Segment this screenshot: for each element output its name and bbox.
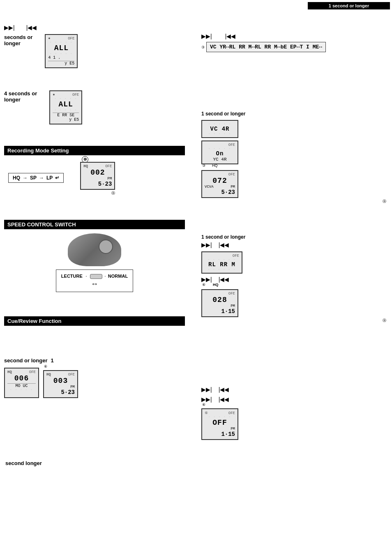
- al-set-off: OFE: [233, 254, 239, 258]
- speed-control-bar: SPEED CONTROL SWITCH LECTURE · · NORMAL …: [4, 220, 185, 292]
- off-circle-6: ⑥: [202, 403, 205, 407]
- lcd-1: ● OFE · · · · · ALL · · · · · 4 1 . y E5: [45, 34, 78, 68]
- al-set2-main: 028: [205, 296, 235, 304]
- al-set2-pm: PM: [205, 304, 235, 308]
- off-rew-2[interactable]: |◀◀: [219, 396, 229, 403]
- dot-sep: ·: [104, 273, 106, 279]
- cue-review-title: Cue/Review Function: [4, 316, 185, 326]
- off-lcd: ⑥ OFE · · · · · OFF PM 1·15: [201, 408, 238, 440]
- erase-off: OFE: [72, 93, 79, 97]
- circle-a-rec: ⓐ: [80, 191, 115, 196]
- al2-top: OFE: [205, 143, 235, 147]
- al-dots-1: · · · · ·: [205, 122, 235, 126]
- erase-label-group: 4 seconds or longer: [4, 90, 37, 103]
- lr-arrow: ↔: [61, 280, 128, 288]
- cue-pm: PM: [46, 385, 75, 389]
- cue-dots-1: · · · · ·: [7, 388, 36, 391]
- alarm-rew-2[interactable]: |◀◀: [219, 276, 229, 283]
- cue-lcd-bot-wrapper: ⑥ HQ OFE 003 PM 5·23: [43, 368, 78, 398]
- lcd-erase: ● OFE · · · · · ALL · · · · · E RR SE y …: [49, 90, 82, 124]
- seq-rew[interactable]: |◀◀: [225, 33, 236, 39]
- lcd-yes: y E5: [48, 61, 74, 66]
- circle-6-cue: ⑥: [44, 364, 47, 368]
- second-longer-text: second longer: [5, 460, 141, 466]
- al-set2-circle6: ⑥: [202, 283, 205, 287]
- alarm-lcd-2: OFE · · · · · On YC 4R: [201, 140, 238, 164]
- al3-top: OFE: [205, 173, 235, 177]
- rec-main: 002: [83, 168, 112, 177]
- erase-dot: ●: [53, 93, 55, 97]
- cue-review-bar: Cue/Review Function: [4, 316, 185, 328]
- al-set-dots-t: · · · · · ·: [205, 258, 239, 261]
- al-set-dots-b: · · · · · ·: [205, 268, 239, 271]
- page: 1 second or longer ▶▶| |◀◀ seconds or lo…: [0, 0, 392, 555]
- lp-label: LP: [46, 175, 53, 181]
- alarm-ff-2[interactable]: ▶▶|: [201, 276, 212, 283]
- erase-group: 4 seconds or longer ● OFE · · · · · ALL …: [4, 90, 185, 124]
- cue-off-2: OFE: [68, 373, 75, 377]
- seconds-or-label: seconds or: [4, 34, 32, 40]
- cue-lcd-bot: HQ OFE 003 PM 5·23: [43, 370, 78, 398]
- al3-pm: PM: [231, 185, 235, 189]
- alarm-lcds: · · · · · VC 4R · · · · · OFE · · · · · …: [201, 120, 386, 204]
- off-circle-small: ⑥: [205, 411, 208, 415]
- ff-button[interactable]: ▶▶|: [4, 24, 15, 31]
- hq-sp-lp-flow: HQ → SP → LP ↵: [8, 173, 64, 183]
- off-pm: PM: [205, 427, 235, 431]
- al2-dots-t: · · · · ·: [205, 147, 235, 150]
- alarm-set-lcd-2: OFE 028 PM 1·15: [201, 289, 238, 317]
- second-or-longer: second or longer: [4, 357, 47, 364]
- seq-ff[interactable]: ▶▶|: [201, 33, 212, 39]
- cue-hq-2: HQ: [46, 373, 51, 377]
- normal-label: NORMAL: [108, 274, 128, 279]
- al3-circle-3: ③: [202, 164, 205, 168]
- al-set2-top: OFE: [205, 292, 235, 296]
- alarm-ff[interactable]: ▶▶|: [201, 242, 212, 248]
- lcd-erase-top: ● OFE: [53, 93, 79, 97]
- alarm-lcd-3: OFE 072 VCVA PM 5·23: [201, 170, 238, 198]
- longer-label: longer: [4, 40, 32, 46]
- seq-circle-3: ③: [201, 45, 205, 49]
- sp-label: SP: [30, 175, 37, 181]
- cue-lcds: HQ OFE 006 MO UC · · · · · ⑥ HQ OFE 003 …: [4, 368, 185, 398]
- al3-circle-a: ⓐ: [201, 199, 386, 204]
- seq-buttons: ▶▶| |◀◀: [201, 33, 386, 39]
- cue-review-content: second or longer 1 HQ OFE 006 MO UC · · …: [4, 357, 185, 398]
- rew-button[interactable]: |◀◀: [26, 24, 37, 31]
- al-set2-hq: HQ: [213, 283, 219, 287]
- seq-line: ③ VC YR↔RL RR M↔RL RR M↔bE EP↔T I ME↔: [201, 42, 386, 52]
- al-set-top: OFE: [205, 254, 239, 258]
- al2-off2: OFE: [228, 143, 235, 147]
- al-set2-time: 1·15: [205, 308, 235, 315]
- dot-indicator: ●: [48, 37, 50, 41]
- erase-dots-top: · · · · ·: [53, 97, 79, 100]
- al2-main: On: [205, 150, 235, 157]
- off-rew-1[interactable]: |◀◀: [219, 386, 229, 393]
- alarm-set-lcd-2-wrapper: ⑥ HQ OFE 028 PM 1·15 ⓐ: [201, 286, 386, 323]
- lcd-sub-row: 4 1 .: [48, 55, 74, 60]
- alarm-set-buttons: ▶▶| |◀◀: [201, 242, 386, 248]
- switch-graphic: [90, 274, 102, 279]
- alarm-lcd-3-wrapper: ③ HQ OFE 072 VCVA PM 5·23 ⓐ: [201, 167, 386, 204]
- erase-main: ALL: [53, 100, 79, 108]
- right-1sec-label: 1 second or longer: [201, 111, 386, 117]
- right-alarm-section: 1 second or longer · · · · · VC 4R · · ·…: [201, 111, 386, 204]
- hq-label: HQ: [13, 175, 20, 181]
- alarm-set-lcd-1: OFE · · · · · · RL RR M · · · · · ·: [201, 251, 386, 274]
- alarm-set-title: 1 second or longer: [201, 234, 386, 240]
- lcd-dots-top: · · · · ·: [48, 41, 74, 44]
- al-set2-off: OFE: [228, 292, 235, 296]
- off-ff-2[interactable]: ▶▶|: [201, 396, 212, 403]
- cue-hq-1: HQ: [7, 370, 12, 374]
- off-ff-1[interactable]: ▶▶|: [201, 386, 212, 393]
- al3-vcva: VCVA: [205, 185, 214, 189]
- erase-lcd: ● OFE · · · · · ALL · · · · · E RR SE y …: [49, 90, 82, 124]
- seconds-section: seconds or longer ● OFE · · · · · ALL · …: [4, 34, 185, 68]
- alarm-rew[interactable]: |◀◀: [219, 242, 229, 248]
- cue-main-1: 006: [7, 374, 36, 382]
- top-right-seq-section: ▶▶| |◀◀ ③ VC YR↔RL RR M↔RL RR M↔bE EP↔T …: [201, 33, 386, 52]
- recording-lcd: HQ OFE 002 PM 5·23: [80, 162, 115, 190]
- cue-step-1: second or longer 1: [4, 357, 185, 364]
- erase-middle: E RR SE: [53, 113, 79, 117]
- device-wheel: [99, 240, 113, 254]
